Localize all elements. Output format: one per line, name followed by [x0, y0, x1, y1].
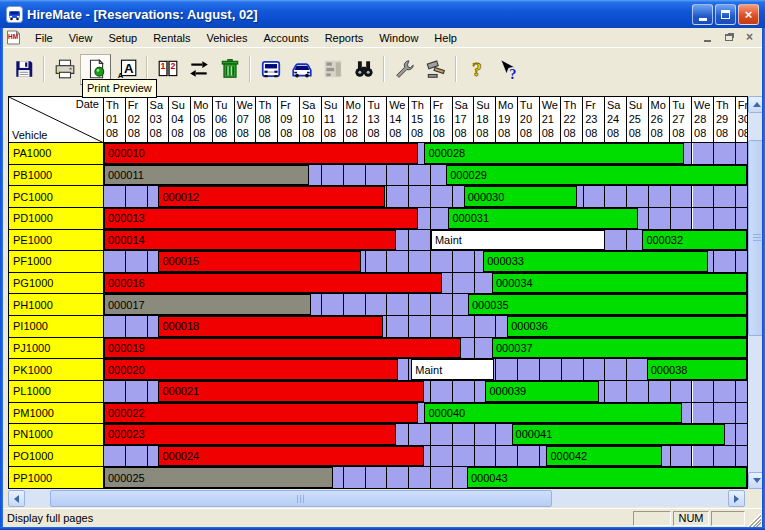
reservation-bar[interactable]: 000011	[104, 165, 309, 186]
reservation-bar[interactable]: 000021	[158, 381, 424, 402]
empty-day-cell[interactable]	[387, 467, 409, 488]
empty-day-cell[interactable]	[671, 186, 693, 207]
empty-day-cell[interactable]	[366, 467, 388, 488]
empty-day-cell[interactable]	[693, 208, 715, 229]
child-minimize-button[interactable]	[699, 30, 716, 44]
horizontal-scrollbar[interactable]	[8, 490, 745, 507]
reservation-bar[interactable]: 000022	[104, 403, 418, 424]
empty-day-cell[interactable]	[431, 316, 453, 337]
empty-day-cell[interactable]	[453, 316, 475, 337]
vehicle-cell[interactable]: PN1000	[9, 424, 104, 445]
empty-day-cell[interactable]	[322, 165, 344, 186]
maintenance-bar[interactable]: Maint	[411, 359, 494, 380]
reservation-bar[interactable]: 000029	[446, 165, 747, 186]
empty-day-cell[interactable]	[736, 381, 747, 402]
empty-day-cell[interactable]	[736, 143, 747, 164]
empty-day-cell[interactable]	[562, 359, 584, 380]
reservation-bar[interactable]: 000013	[104, 208, 418, 229]
list-button[interactable]	[317, 54, 348, 85]
reservation-bar[interactable]: 000036	[507, 316, 747, 337]
empty-day-cell[interactable]	[104, 251, 126, 272]
empty-day-cell[interactable]	[496, 359, 518, 380]
empty-day-cell[interactable]	[714, 403, 736, 424]
help-button[interactable]: ?	[461, 54, 492, 85]
reservation-bar[interactable]: 000032	[642, 230, 747, 251]
empty-day-cell[interactable]	[387, 251, 409, 272]
empty-day-cell[interactable]	[431, 251, 453, 272]
empty-day-cell[interactable]	[431, 294, 453, 315]
scroll-left-button[interactable]	[8, 490, 25, 507]
cars-button[interactable]	[286, 54, 317, 85]
print-button[interactable]	[49, 54, 80, 85]
reservation-bar[interactable]: 000033	[483, 251, 708, 272]
empty-day-cell[interactable]	[409, 316, 431, 337]
vehicle-cell[interactable]: PO1000	[9, 446, 104, 467]
empty-day-cell[interactable]	[126, 446, 148, 467]
empty-day-cell[interactable]	[431, 446, 453, 467]
reservation-bar[interactable]: 000017	[104, 294, 311, 315]
reservation-bar[interactable]: 000031	[448, 208, 638, 229]
empty-day-cell[interactable]	[344, 467, 366, 488]
empty-day-cell[interactable]	[126, 316, 148, 337]
empty-day-cell[interactable]	[366, 294, 388, 315]
empty-day-cell[interactable]	[736, 424, 747, 445]
empty-day-cell[interactable]	[453, 251, 475, 272]
maintenance-bar[interactable]: Maint	[431, 230, 605, 251]
reservation-bar[interactable]: 000023	[104, 424, 396, 445]
reservation-bar[interactable]: 000037	[492, 338, 747, 359]
vehicle-cell[interactable]: PP1000	[9, 467, 104, 488]
empty-day-cell[interactable]	[387, 186, 409, 207]
reservation-bar[interactable]: 000038	[647, 359, 747, 380]
empty-day-cell[interactable]	[475, 316, 497, 337]
close-button[interactable]: ×	[738, 4, 759, 25]
menu-item-reports[interactable]: Reports	[317, 30, 372, 46]
empty-day-cell[interactable]	[409, 424, 431, 445]
empty-day-cell[interactable]	[431, 381, 453, 402]
empty-day-cell[interactable]	[387, 294, 409, 315]
reservation-bar[interactable]: 000043	[467, 467, 747, 488]
empty-day-cell[interactable]	[409, 186, 431, 207]
empty-day-cell[interactable]	[366, 165, 388, 186]
menu-item-help[interactable]: Help	[426, 30, 465, 46]
menu-item-window[interactable]: Window	[371, 30, 426, 46]
minimize-button[interactable]	[692, 4, 713, 25]
reservation-bar[interactable]: 000035	[468, 294, 747, 315]
empty-day-cell[interactable]	[714, 251, 736, 272]
empty-day-cell[interactable]	[126, 251, 148, 272]
empty-day-cell[interactable]	[584, 186, 606, 207]
transfer-button[interactable]	[183, 54, 214, 85]
reservation-bar[interactable]: 000020	[104, 359, 398, 380]
empty-day-cell[interactable]	[409, 467, 431, 488]
empty-day-cell[interactable]	[518, 359, 540, 380]
menu-item-file[interactable]: File	[27, 30, 61, 46]
reservation-bar[interactable]: 000010	[104, 143, 418, 164]
empty-day-cell[interactable]	[344, 165, 366, 186]
vehicles-button[interactable]	[255, 54, 286, 85]
context-help-button[interactable]: ?	[492, 54, 523, 85]
empty-day-cell[interactable]	[104, 316, 126, 337]
reservation-bar[interactable]: 000041	[512, 424, 726, 445]
vehicle-cell[interactable]: PJ1000	[9, 338, 104, 359]
empty-day-cell[interactable]	[649, 186, 671, 207]
empty-day-cell[interactable]	[736, 208, 747, 229]
reservation-bar[interactable]: 000012	[158, 186, 385, 207]
vehicle-cell[interactable]: PG1000	[9, 273, 104, 294]
reservation-bar[interactable]: 000025	[104, 467, 333, 488]
empty-day-cell[interactable]	[126, 186, 148, 207]
empty-day-cell[interactable]	[736, 186, 747, 207]
vehicle-cell[interactable]: PE1000	[9, 230, 104, 251]
empty-day-cell[interactable]	[431, 467, 453, 488]
vehicle-cell[interactable]: PD1000	[9, 208, 104, 229]
maintenance-button[interactable]	[420, 54, 451, 85]
horizontal-scroll-thumb[interactable]	[50, 490, 552, 507]
empty-day-cell[interactable]	[431, 424, 453, 445]
empty-day-cell[interactable]	[605, 186, 627, 207]
empty-day-cell[interactable]	[387, 316, 409, 337]
empty-day-cell[interactable]	[649, 208, 671, 229]
empty-day-cell[interactable]	[366, 251, 388, 272]
reservation-bar[interactable]: 000018	[158, 316, 383, 337]
vehicle-cell[interactable]: PA1000	[9, 143, 104, 164]
reservation-bar[interactable]: 000028	[424, 143, 683, 164]
empty-day-cell[interactable]	[104, 186, 126, 207]
vehicle-cell[interactable]: PB1000	[9, 165, 104, 186]
